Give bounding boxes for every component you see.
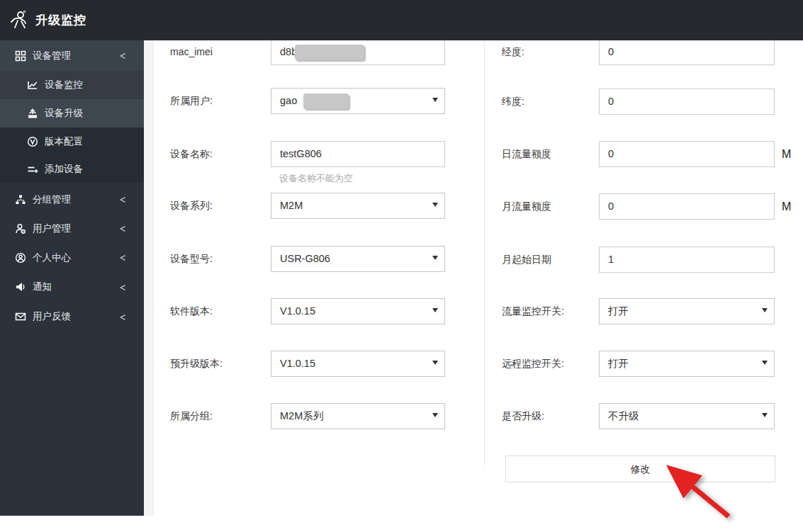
upgrade-flag-select[interactable]: 不升级 [599,403,775,429]
modify-button[interactable]: 修改 [505,455,775,482]
preupgrade-version-select[interactable]: V1.0.15 [271,351,445,377]
field-row-device-model: 设备型号: USR-G806 [170,246,447,272]
envelope-icon [15,311,26,322]
sidebar-item-device-monitor[interactable]: 设备监控 [0,71,144,99]
unit-suffix: M [782,193,791,220]
version-config-icon [27,136,38,147]
sidebar-item-user-feedback[interactable]: 用户反馈 < [0,302,144,332]
field-value: 不升级 [608,410,639,421]
mac-imei-input[interactable]: d8b [271,39,445,65]
field-row-device-name: 设备名称: testG806 设备名称不能为空 [170,141,447,167]
field-row-daily-traffic-quota: 日流量额度 0 M [502,141,776,167]
sidebar-item-label: 添加设备 [45,163,83,176]
sidebar-item-version-config[interactable]: 版本配置 [0,128,144,155]
chevron-left-icon: < [120,251,125,264]
latitude-input[interactable]: 0 [599,89,775,115]
chevron-down-icon [432,413,438,417]
device-name-hint: 设备名称不能为空 [279,172,353,185]
field-label: 经度: [502,39,524,65]
sidebar-item-label: 设备升级 [45,107,83,120]
month-start-date-input[interactable]: 1 [599,247,775,273]
field-label: 月流量额度 [502,193,551,220]
field-value: M2M系列 [280,410,323,421]
field-value: USR-G806 [280,253,330,264]
add-device-icon [27,164,38,175]
column-divider [484,40,485,465]
owner-group-select[interactable]: M2M系列 [271,403,445,429]
field-row-longitude: 经度: 0 [502,39,776,65]
chevron-down-icon [762,361,768,365]
remote-monitor-switch-select[interactable]: 打开 [599,351,775,377]
app-title: 升级监控 [35,12,86,28]
field-value: M2M [280,200,303,211]
chevron-left-icon: < [120,310,125,324]
field-label: 预升级版本: [170,351,223,377]
longitude-input[interactable]: 0 [599,39,775,65]
field-label: 是否升级: [502,403,544,429]
field-label: 设备名称: [170,141,213,167]
field-value: testG806 [280,148,322,159]
sidebar-item-notifications[interactable]: 通知 < [0,272,144,302]
chevron-down-icon [432,308,438,312]
sidebar-item-device-management[interactable]: 设备管理 < [0,40,144,71]
field-label: 流量监控开关: [502,298,564,324]
app-header: 升级监控 [0,0,803,40]
traffic-monitor-switch-select[interactable]: 打开 [599,298,775,324]
sidebar-item-user-management[interactable]: 用户管理 < [0,214,144,243]
chevron-left-icon: < [120,281,125,294]
chevron-left-icon: < [120,49,125,62]
group-tree-icon [15,194,26,205]
chevron-down-icon [432,256,438,260]
field-label: 软件版本: [170,298,213,324]
field-label: 日流量额度 [502,141,551,167]
sidebar-item-add-device[interactable]: 添加设备 [0,155,144,183]
field-row-preupgrade-version: 预升级版本: V1.0.15 [170,351,447,377]
sidebar-item-label: 通知 [33,281,52,293]
field-value: 0 [608,46,614,57]
field-row-mac-imei: mac_imei d8b [170,39,447,65]
grid-icon [15,50,26,62]
sidebar-item-label: 用户反馈 [33,310,71,323]
chevron-down-icon [432,98,438,102]
field-row-month-start-date: 月起始日期 1 [502,247,776,273]
sidebar-item-label: 设备监控 [45,79,83,91]
field-label: 所属分组: [170,403,213,429]
field-label: 月起始日期 [502,247,551,273]
field-row-software-version: 软件版本: V1.0.15 [170,298,447,324]
device-name-input[interactable]: testG806 [271,141,445,167]
field-label: 远程监控开关: [502,351,564,377]
redaction-blur [295,45,364,60]
device-series-select[interactable]: M2M [271,193,445,219]
field-label: 设备型号: [170,246,213,272]
field-label: mac_imei [170,39,213,65]
sidebar-nav: 设备管理 < 设备监控 设备升级 版本配置 添加设备 分组管理 < [0,40,144,516]
app-logo: 升级监控 [9,9,86,32]
unit-suffix: M [782,141,791,167]
field-row-device-series: 设备系列: M2M [170,193,447,219]
chevron-down-icon [432,203,438,207]
sidebar-item-device-upgrade[interactable]: 设备升级 [0,99,144,128]
field-row-remote-monitor-switch: 远程监控开关: 打开 [502,351,776,377]
device-upgrade-icon [27,108,38,119]
chevron-left-icon: < [120,193,125,206]
sidebar-item-group-management[interactable]: 分组管理 < [0,185,144,214]
field-value: 1 [608,254,614,265]
user-manage-icon [15,223,26,234]
field-value: 打开 [608,358,629,369]
field-value: 打开 [608,305,629,317]
field-value: gao [280,95,297,106]
sidebar-item-label: 用户管理 [33,222,71,235]
field-row-owner-group: 所属分组: M2M系列 [170,403,447,429]
chevron-down-icon [762,308,768,312]
software-version-select[interactable]: V1.0.15 [271,298,445,324]
field-row-upgrade-flag: 是否升级: 不升级 [502,403,776,429]
field-value: V1.0.15 [280,305,315,317]
daily-traffic-quota-input[interactable]: 0 [599,141,775,167]
monthly-traffic-quota-input[interactable]: 0 [599,193,775,220]
chevron-down-icon [762,413,768,417]
sidebar-item-personal-center[interactable]: 个人中心 < [0,243,144,272]
sidebar-item-label: 个人中心 [33,251,71,264]
device-model-select[interactable]: USR-G806 [271,246,445,272]
owner-user-select[interactable]: gao [271,88,445,114]
redaction-blur [303,94,349,109]
